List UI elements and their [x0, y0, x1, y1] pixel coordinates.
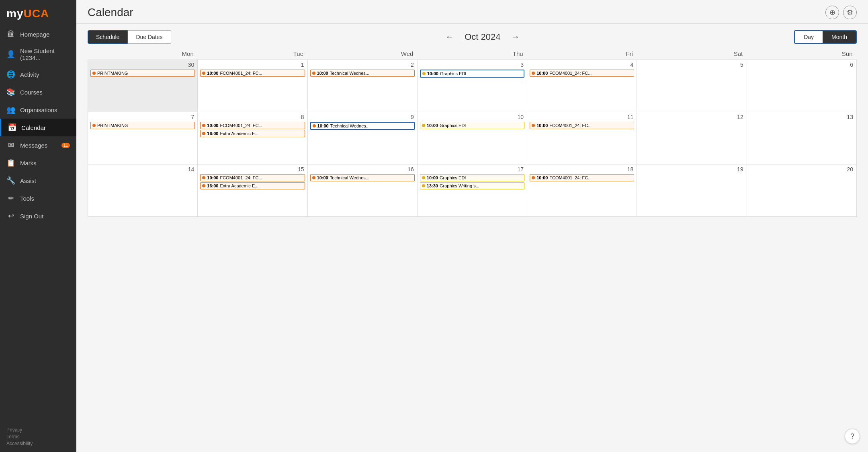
day-cell-13[interactable]: 13: [747, 112, 856, 164]
event-dot: [313, 124, 316, 127]
calendar-event[interactable]: 16:00 Extra Academic E...: [200, 182, 305, 189]
event-time: 10:00: [427, 71, 438, 76]
help-button[interactable]: ?: [845, 429, 860, 444]
calendar-event[interactable]: 10:00 FCOM4001_24: FC...: [200, 174, 305, 181]
calendar-event[interactable]: 10:00 Technical Wednes...: [310, 122, 415, 130]
day-cell-17[interactable]: 1710:00 Graphics EDI13:30 Graphics Writi…: [417, 164, 527, 217]
privacy-link[interactable]: Privacy: [6, 427, 70, 433]
calendar-event[interactable]: 10:00 Graphics EDI: [420, 70, 524, 78]
calendar-event[interactable]: 10:00 FCOM4001_24: FC...: [530, 122, 634, 129]
sidebar-label-tools: Tools: [20, 195, 34, 202]
calendar-event[interactable]: 16:00 Extra Academic E...: [200, 130, 305, 137]
week-row-0: 30PRINTMAKING110:00 FCOM4001_24: FC...21…: [88, 60, 857, 112]
calendar-event[interactable]: 10:00 FCOM4001_24: FC...: [200, 70, 305, 77]
schedule-button[interactable]: Schedule: [88, 30, 128, 44]
event-title: FCOM4001_24: FC...: [549, 123, 592, 128]
day-cell-3[interactable]: 310:00 Graphics EDI: [417, 60, 527, 112]
calendar-event[interactable]: 10:00 Graphics EDI: [420, 122, 524, 129]
day-number-7: 7: [90, 114, 195, 120]
calendar-event[interactable]: 10:00 FCOM4001_24: FC...: [530, 70, 634, 77]
settings-button[interactable]: ⚙: [843, 6, 857, 19]
calendar-event[interactable]: 10:00 Technical Wednes...: [310, 70, 415, 77]
month-view-button[interactable]: Month: [823, 31, 856, 43]
day-cell-9[interactable]: 910:00 Technical Wednes...: [307, 112, 417, 164]
calendar-event[interactable]: PRINTMAKING: [90, 70, 195, 77]
sidebar-label-organisations: Organisations: [20, 107, 57, 113]
event-title: Graphics Writing s...: [440, 183, 479, 188]
event-time: 10:00: [317, 123, 329, 128]
event-dot: [422, 176, 425, 179]
sidebar-label-new-student: New Student (1234...: [20, 47, 70, 61]
calendar-event[interactable]: 13:30 Graphics Writing s...: [420, 182, 524, 189]
day-cell-4[interactable]: 410:00 FCOM4001_24: FC...: [527, 60, 637, 112]
calendar-event[interactable]: PRINTMAKING: [90, 122, 195, 129]
calendar-table: MonTueWedThuFriSatSun 30PRINTMAKING110:0…: [88, 48, 857, 217]
day-cell-1[interactable]: 110:00 FCOM4001_24: FC...: [198, 60, 307, 112]
day-cell-20[interactable]: 20: [747, 164, 856, 217]
sidebar-item-courses[interactable]: 📚 Courses: [0, 83, 76, 101]
day-number-9: 9: [310, 114, 415, 120]
day-cell-7[interactable]: 7PRINTMAKING: [88, 112, 198, 164]
calendar-event[interactable]: 10:00 FCOM4001_24: FC...: [200, 122, 305, 129]
sidebar-item-calendar[interactable]: 📅 Calendar: [0, 119, 76, 136]
sidebar-item-assist[interactable]: 🔧 Assist: [0, 172, 76, 189]
event-time: 10:00: [207, 71, 218, 76]
courses-icon: 📚: [6, 88, 15, 97]
day-cell-30[interactable]: 30PRINTMAKING: [88, 60, 198, 112]
event-dot: [422, 184, 425, 187]
calendar-event[interactable]: 10:00 Technical Wednes...: [310, 174, 415, 181]
sidebar-footer: Privacy Terms Accessibility: [0, 421, 76, 452]
due-dates-button[interactable]: Due Dates: [128, 30, 171, 44]
add-button[interactable]: ⊕: [825, 6, 839, 19]
terms-link[interactable]: Terms: [6, 434, 70, 440]
day-cell-12[interactable]: 12: [637, 112, 747, 164]
day-cell-11[interactable]: 1110:00 FCOM4001_24: FC...: [527, 112, 637, 164]
sidebar-label-assist: Assist: [20, 177, 36, 184]
day-cell-5[interactable]: 5: [637, 60, 747, 112]
day-cell-15[interactable]: 1510:00 FCOM4001_24: FC...16:00 Extra Ac…: [198, 164, 307, 217]
sidebar-item-sign-out[interactable]: ↩ Sign Out: [0, 207, 76, 225]
sidebar-item-messages[interactable]: ✉ Messages 11: [0, 136, 76, 154]
day-cell-2[interactable]: 210:00 Technical Wednes...: [307, 60, 417, 112]
event-dot: [312, 72, 315, 75]
event-title: Technical Wednes...: [330, 71, 369, 76]
sidebar-item-activity[interactable]: 🌐 Activity: [0, 66, 76, 83]
new-student-icon: 👤: [6, 50, 15, 59]
tools-icon: ✏: [6, 194, 15, 203]
prev-month-button[interactable]: ←: [442, 31, 457, 43]
event-time: 10:00: [536, 175, 548, 180]
organisations-icon: 👥: [6, 105, 15, 114]
sidebar-item-organisations[interactable]: 👥 Organisations: [0, 101, 76, 119]
day-number-17: 17: [420, 166, 524, 173]
day-cell-6[interactable]: 6: [747, 60, 856, 112]
day-view-button[interactable]: Day: [795, 31, 823, 43]
day-cell-16[interactable]: 1610:00 Technical Wednes...: [307, 164, 417, 217]
sidebar-item-new-student[interactable]: 👤 New Student (1234...: [0, 43, 76, 66]
sidebar-label-activity: Activity: [20, 71, 39, 78]
day-cell-10[interactable]: 1010:00 Graphics EDI: [417, 112, 527, 164]
page-title: Calendar: [88, 6, 133, 19]
day-number-16: 16: [310, 166, 415, 173]
sidebar-label-homepage: Homepage: [20, 31, 49, 38]
day-cell-19[interactable]: 19: [637, 164, 747, 217]
event-title: Extra Academic E...: [220, 131, 258, 136]
day-cell-8[interactable]: 810:00 FCOM4001_24: FC...16:00 Extra Aca…: [198, 112, 307, 164]
day-cell-18[interactable]: 1810:00 FCOM4001_24: FC...: [527, 164, 637, 217]
day-number-10: 10: [420, 114, 524, 120]
sidebar-item-homepage[interactable]: 🏛 Homepage: [0, 26, 76, 43]
day-number-4: 4: [530, 62, 634, 68]
add-icon: ⊕: [829, 8, 835, 17]
next-month-button[interactable]: →: [508, 31, 523, 43]
sidebar-label-sign-out: Sign Out: [20, 213, 43, 220]
day-number-18: 18: [530, 166, 634, 173]
calendar-body: 30PRINTMAKING110:00 FCOM4001_24: FC...21…: [88, 60, 857, 217]
calendar-event[interactable]: 10:00 Graphics EDI: [420, 174, 524, 181]
day-cell-14[interactable]: 14: [88, 164, 198, 217]
accessibility-link[interactable]: Accessibility: [6, 441, 70, 446]
calendar-event[interactable]: 10:00 FCOM4001_24: FC...: [530, 174, 634, 181]
sidebar-label-calendar: Calendar: [21, 124, 46, 131]
sidebar-item-tools[interactable]: ✏ Tools: [0, 189, 76, 207]
help-icon: ?: [850, 432, 854, 441]
assist-icon: 🔧: [6, 176, 15, 185]
sidebar-item-marks[interactable]: 📋 Marks: [0, 154, 76, 172]
